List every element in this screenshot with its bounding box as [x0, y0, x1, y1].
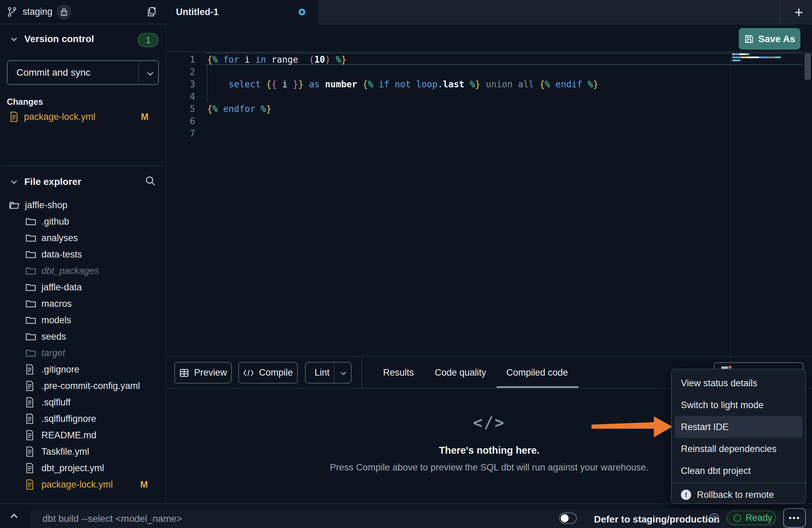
folder-icon — [25, 282, 36, 292]
chevron-down-icon — [10, 35, 18, 43]
branch-lock-chip — [56, 4, 72, 20]
tab-compiled-code[interactable]: Compiled code — [506, 357, 568, 389]
file-icon — [25, 479, 36, 490]
folder-item-macros[interactable]: macros — [0, 296, 166, 312]
folder-icon — [25, 332, 36, 341]
folder-item-analyses[interactable]: analyses — [0, 230, 166, 246]
folder-icon — [25, 299, 36, 309]
code-line-1[interactable]: 1{% for i in range (10) %} — [166, 53, 730, 66]
status-context-menu: View status detailsSwitch to light modeR… — [671, 369, 806, 504]
changes-count-badge: 1 — [138, 33, 159, 47]
file-label: .pre-commit-config.yaml — [41, 381, 140, 391]
scrollbar-thumb[interactable] — [804, 53, 811, 80]
code-line-4[interactable]: 4 — [166, 90, 730, 103]
file-icon — [25, 414, 36, 424]
lock-icon — [60, 8, 68, 16]
search-icon[interactable] — [144, 175, 156, 187]
file-icon — [25, 430, 36, 440]
changes-label: Changes — [7, 97, 43, 107]
tab-results[interactable]: Results — [383, 357, 414, 389]
menu-item-label: Rollback to remote — [697, 490, 774, 500]
folder-item-jaffle-data[interactable]: jaffle-data — [0, 279, 166, 296]
file-item-.sqlfluffignore[interactable]: .sqlfluffignore — [0, 411, 166, 427]
minimap[interactable] — [730, 52, 803, 356]
status-circle-icon — [734, 514, 741, 522]
code-text: select {{ i }} as number {% if not loop.… — [207, 78, 598, 90]
menu-item-label: Clean dbt project — [681, 466, 751, 476]
chevron-up-icon[interactable] — [9, 512, 19, 520]
help-icon[interactable]: ? — [709, 513, 719, 523]
folder-item-seeds[interactable]: seeds — [0, 328, 166, 345]
menu-item-clean-dbt-project[interactable]: Clean dbt project — [672, 460, 805, 482]
code-editor[interactable]: 1{% for i in range (10) %}23 select {{ i… — [166, 52, 812, 356]
folder-item-target[interactable]: target — [0, 345, 166, 361]
commit-and-sync-button[interactable]: Commit and sync — [7, 60, 159, 85]
preview-button[interactable]: Preview — [174, 362, 232, 384]
folder-item-jaffle-shop[interactable]: jaffle-shop — [0, 197, 166, 213]
branch-name[interactable]: staging — [23, 7, 52, 17]
chevron-down-icon — [10, 177, 18, 186]
editor-scrollbar[interactable] — [803, 52, 812, 356]
file-item-dbt_project.yml[interactable]: dbt_project.yml — [0, 460, 166, 476]
tab-code-quality[interactable]: Code quality — [435, 357, 486, 389]
section-divider — [3, 165, 164, 166]
status-ready-pill[interactable]: Ready — [727, 511, 776, 525]
line-number: 1 — [166, 53, 195, 66]
file-label: dbt_packages — [41, 266, 99, 276]
menu-item-restart-ide[interactable]: Restart IDE — [675, 416, 802, 438]
defer-toggle[interactable] — [559, 513, 577, 524]
file-label: Taskfile.yml — [41, 447, 89, 457]
code-line-5[interactable]: 5{% endfor %} — [166, 103, 730, 115]
file-icon — [25, 364, 36, 375]
changed-file-row[interactable]: package-lock.yml M — [0, 109, 166, 125]
menu-item-rollback-to-remote[interactable]: !Rollback to remote — [672, 484, 805, 506]
code-line-3[interactable]: 3 select {{ i }} as number {% if not loo… — [166, 78, 730, 90]
file-icon — [25, 447, 36, 457]
copy-icon[interactable] — [146, 6, 157, 18]
file-item-Taskfile.yml[interactable]: Taskfile.yml — [0, 443, 166, 460]
file-item-.pre-commit-config.yaml[interactable]: .pre-commit-config.yaml — [0, 378, 166, 394]
folder-item-data-tests[interactable]: data-tests — [0, 246, 166, 263]
new-tab-button[interactable]: + — [783, 0, 812, 24]
menu-item-view-status-details[interactable]: View status details — [672, 372, 805, 394]
folder-item-dbt_packages[interactable]: dbt_packages — [0, 263, 166, 279]
folder-open-icon — [9, 200, 20, 210]
tab-label: Untitled-1 — [176, 7, 219, 17]
file-item-.gitignore[interactable]: .gitignore — [0, 361, 166, 378]
lint-button[interactable]: Lint — [305, 362, 352, 384]
sidebar: Version control 1 Commit and sync Change… — [0, 24, 166, 503]
notification-dot — [728, 366, 732, 369]
save-as-button[interactable]: Save As — [739, 28, 800, 50]
file-label: jaffle-shop — [25, 200, 67, 211]
file-label: .github — [41, 216, 69, 227]
chevron-down-icon[interactable] — [146, 70, 155, 78]
file-item-.sqlfluff[interactable]: .sqlfluff — [0, 394, 166, 411]
folder-item-.github[interactable]: .github — [0, 213, 166, 230]
file-label: dbt_project.yml — [41, 463, 104, 474]
chevron-down-icon[interactable] — [339, 369, 347, 378]
menu-item-label: View status details — [681, 378, 757, 389]
file-label: .gitignore — [41, 364, 79, 375]
file-explorer-header[interactable]: File explorer — [0, 172, 166, 191]
folder-item-models[interactable]: models — [0, 312, 166, 328]
menu-item-switch-to-light-mode[interactable]: Switch to light mode — [672, 394, 805, 416]
more-options-button[interactable]: ••• — [783, 508, 806, 528]
active-tab-indicator — [496, 386, 579, 388]
modified-badge: M — [141, 112, 149, 122]
code-text: {% endfor %} — [207, 103, 271, 115]
code-line-6[interactable]: 6 — [166, 115, 730, 127]
file-item-package-lock.yml[interactable]: package-lock.ymlM — [0, 476, 166, 493]
file-label: macros — [41, 299, 72, 309]
compile-button[interactable]: Compile — [238, 362, 298, 384]
line-number: 4 — [166, 90, 195, 103]
file-item-README.md[interactable]: README.md — [0, 427, 166, 443]
tab-untitled-1[interactable]: Untitled-1 — [166, 0, 318, 24]
code-line-2[interactable]: 2 — [166, 66, 730, 78]
folder-icon — [25, 217, 36, 226]
code-line-7[interactable]: 7 — [166, 127, 730, 140]
menu-item-reinstall-dependencies[interactable]: Reinstall dependencies — [672, 438, 805, 460]
folder-icon — [25, 250, 36, 259]
version-control-header[interactable]: Version control — [10, 34, 94, 45]
modified-badge: M — [140, 479, 148, 490]
file-label: jaffle-data — [41, 282, 82, 293]
